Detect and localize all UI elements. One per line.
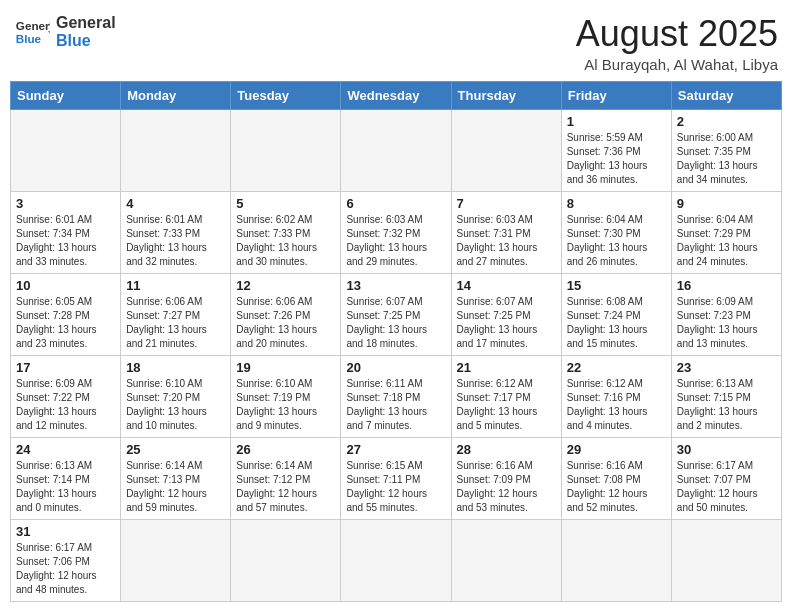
day-info: Sunrise: 6:13 AM Sunset: 7:14 PM Dayligh… <box>16 459 115 515</box>
day-number: 10 <box>16 278 115 293</box>
day-number: 26 <box>236 442 335 457</box>
weekday-wednesday: Wednesday <box>341 81 451 109</box>
calendar-cell: 25Sunrise: 6:14 AM Sunset: 7:13 PM Dayli… <box>121 437 231 519</box>
calendar-cell: 29Sunrise: 6:16 AM Sunset: 7:08 PM Dayli… <box>561 437 671 519</box>
day-number: 22 <box>567 360 666 375</box>
calendar-cell: 31Sunrise: 6:17 AM Sunset: 7:06 PM Dayli… <box>11 519 121 601</box>
calendar-cell: 17Sunrise: 6:09 AM Sunset: 7:22 PM Dayli… <box>11 355 121 437</box>
calendar-cell: 3Sunrise: 6:01 AM Sunset: 7:34 PM Daylig… <box>11 191 121 273</box>
weekday-thursday: Thursday <box>451 81 561 109</box>
week-row-5: 31Sunrise: 6:17 AM Sunset: 7:06 PM Dayli… <box>11 519 782 601</box>
day-info: Sunrise: 6:15 AM Sunset: 7:11 PM Dayligh… <box>346 459 445 515</box>
calendar-cell <box>11 109 121 191</box>
day-info: Sunrise: 6:02 AM Sunset: 7:33 PM Dayligh… <box>236 213 335 269</box>
day-info: Sunrise: 6:10 AM Sunset: 7:19 PM Dayligh… <box>236 377 335 433</box>
calendar-cell: 27Sunrise: 6:15 AM Sunset: 7:11 PM Dayli… <box>341 437 451 519</box>
day-info: Sunrise: 6:14 AM Sunset: 7:13 PM Dayligh… <box>126 459 225 515</box>
calendar-cell: 12Sunrise: 6:06 AM Sunset: 7:26 PM Dayli… <box>231 273 341 355</box>
calendar-cell: 13Sunrise: 6:07 AM Sunset: 7:25 PM Dayli… <box>341 273 451 355</box>
day-info: Sunrise: 6:06 AM Sunset: 7:27 PM Dayligh… <box>126 295 225 351</box>
logo-icon: General Blue <box>14 14 50 50</box>
day-number: 13 <box>346 278 445 293</box>
calendar-cell: 14Sunrise: 6:07 AM Sunset: 7:25 PM Dayli… <box>451 273 561 355</box>
calendar-cell: 24Sunrise: 6:13 AM Sunset: 7:14 PM Dayli… <box>11 437 121 519</box>
day-number: 4 <box>126 196 225 211</box>
header: General Blue General Blue August 2025 Al… <box>10 10 782 73</box>
week-row-1: 3Sunrise: 6:01 AM Sunset: 7:34 PM Daylig… <box>11 191 782 273</box>
day-number: 6 <box>346 196 445 211</box>
weekday-monday: Monday <box>121 81 231 109</box>
calendar-cell <box>231 109 341 191</box>
calendar-cell: 18Sunrise: 6:10 AM Sunset: 7:20 PM Dayli… <box>121 355 231 437</box>
calendar-cell <box>451 519 561 601</box>
day-info: Sunrise: 6:13 AM Sunset: 7:15 PM Dayligh… <box>677 377 776 433</box>
calendar-cell: 10Sunrise: 6:05 AM Sunset: 7:28 PM Dayli… <box>11 273 121 355</box>
day-info: Sunrise: 6:14 AM Sunset: 7:12 PM Dayligh… <box>236 459 335 515</box>
day-info: Sunrise: 6:03 AM Sunset: 7:31 PM Dayligh… <box>457 213 556 269</box>
day-number: 17 <box>16 360 115 375</box>
calendar-cell: 4Sunrise: 6:01 AM Sunset: 7:33 PM Daylig… <box>121 191 231 273</box>
day-number: 20 <box>346 360 445 375</box>
day-info: Sunrise: 6:16 AM Sunset: 7:09 PM Dayligh… <box>457 459 556 515</box>
weekday-sunday: Sunday <box>11 81 121 109</box>
day-info: Sunrise: 6:00 AM Sunset: 7:35 PM Dayligh… <box>677 131 776 187</box>
calendar-cell: 9Sunrise: 6:04 AM Sunset: 7:29 PM Daylig… <box>671 191 781 273</box>
day-info: Sunrise: 6:16 AM Sunset: 7:08 PM Dayligh… <box>567 459 666 515</box>
day-number: 15 <box>567 278 666 293</box>
day-info: Sunrise: 6:12 AM Sunset: 7:16 PM Dayligh… <box>567 377 666 433</box>
day-number: 1 <box>567 114 666 129</box>
calendar-subtitle: Al Burayqah, Al Wahat, Libya <box>576 56 778 73</box>
day-info: Sunrise: 6:06 AM Sunset: 7:26 PM Dayligh… <box>236 295 335 351</box>
day-info: Sunrise: 6:12 AM Sunset: 7:17 PM Dayligh… <box>457 377 556 433</box>
week-row-4: 24Sunrise: 6:13 AM Sunset: 7:14 PM Dayli… <box>11 437 782 519</box>
week-row-3: 17Sunrise: 6:09 AM Sunset: 7:22 PM Dayli… <box>11 355 782 437</box>
day-number: 12 <box>236 278 335 293</box>
calendar-cell: 20Sunrise: 6:11 AM Sunset: 7:18 PM Dayli… <box>341 355 451 437</box>
day-number: 11 <box>126 278 225 293</box>
day-info: Sunrise: 6:07 AM Sunset: 7:25 PM Dayligh… <box>346 295 445 351</box>
day-number: 27 <box>346 442 445 457</box>
day-info: Sunrise: 6:04 AM Sunset: 7:30 PM Dayligh… <box>567 213 666 269</box>
calendar-cell <box>561 519 671 601</box>
day-info: Sunrise: 6:11 AM Sunset: 7:18 PM Dayligh… <box>346 377 445 433</box>
calendar-cell <box>121 519 231 601</box>
day-number: 30 <box>677 442 776 457</box>
day-number: 23 <box>677 360 776 375</box>
calendar-cell: 8Sunrise: 6:04 AM Sunset: 7:30 PM Daylig… <box>561 191 671 273</box>
calendar-cell <box>341 109 451 191</box>
day-info: Sunrise: 6:09 AM Sunset: 7:22 PM Dayligh… <box>16 377 115 433</box>
day-info: Sunrise: 6:04 AM Sunset: 7:29 PM Dayligh… <box>677 213 776 269</box>
calendar-cell <box>451 109 561 191</box>
day-info: Sunrise: 6:03 AM Sunset: 7:32 PM Dayligh… <box>346 213 445 269</box>
day-number: 8 <box>567 196 666 211</box>
calendar-cell: 28Sunrise: 6:16 AM Sunset: 7:09 PM Dayli… <box>451 437 561 519</box>
calendar-cell <box>231 519 341 601</box>
day-info: Sunrise: 6:10 AM Sunset: 7:20 PM Dayligh… <box>126 377 225 433</box>
day-info: Sunrise: 6:09 AM Sunset: 7:23 PM Dayligh… <box>677 295 776 351</box>
svg-text:Blue: Blue <box>16 32 42 45</box>
calendar-cell <box>341 519 451 601</box>
day-info: Sunrise: 6:05 AM Sunset: 7:28 PM Dayligh… <box>16 295 115 351</box>
day-number: 16 <box>677 278 776 293</box>
day-number: 25 <box>126 442 225 457</box>
day-number: 29 <box>567 442 666 457</box>
day-number: 7 <box>457 196 556 211</box>
calendar-title: August 2025 <box>576 14 778 54</box>
day-number: 18 <box>126 360 225 375</box>
calendar-cell: 19Sunrise: 6:10 AM Sunset: 7:19 PM Dayli… <box>231 355 341 437</box>
calendar-table: SundayMondayTuesdayWednesdayThursdayFrid… <box>10 81 782 602</box>
day-number: 31 <box>16 524 115 539</box>
weekday-saturday: Saturday <box>671 81 781 109</box>
day-number: 21 <box>457 360 556 375</box>
calendar-cell: 22Sunrise: 6:12 AM Sunset: 7:16 PM Dayli… <box>561 355 671 437</box>
week-row-0: 1Sunrise: 5:59 AM Sunset: 7:36 PM Daylig… <box>11 109 782 191</box>
weekday-header-row: SundayMondayTuesdayWednesdayThursdayFrid… <box>11 81 782 109</box>
day-info: Sunrise: 6:17 AM Sunset: 7:06 PM Dayligh… <box>16 541 115 597</box>
day-info: Sunrise: 6:08 AM Sunset: 7:24 PM Dayligh… <box>567 295 666 351</box>
calendar-cell <box>671 519 781 601</box>
calendar-cell: 26Sunrise: 6:14 AM Sunset: 7:12 PM Dayli… <box>231 437 341 519</box>
day-info: Sunrise: 6:17 AM Sunset: 7:07 PM Dayligh… <box>677 459 776 515</box>
day-number: 28 <box>457 442 556 457</box>
calendar-cell: 7Sunrise: 6:03 AM Sunset: 7:31 PM Daylig… <box>451 191 561 273</box>
calendar-cell: 2Sunrise: 6:00 AM Sunset: 7:35 PM Daylig… <box>671 109 781 191</box>
